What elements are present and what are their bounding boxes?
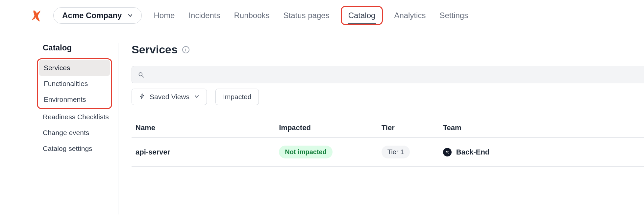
search-input[interactable] [149, 71, 638, 78]
lightning-icon [139, 93, 145, 101]
search-icon [138, 71, 144, 78]
sidebar-item-services[interactable]: Services [39, 60, 110, 76]
services-table: Name Impacted Tier Team api-server Not i… [132, 118, 644, 167]
sidebar-highlight: Services Functionalities Environments [37, 58, 112, 109]
sidebar-item-catalog-settings[interactable]: Catalog settings [38, 141, 118, 156]
chevron-down-icon [194, 93, 199, 101]
cell-tier: Tier 1 [378, 138, 439, 167]
nav-catalog[interactable]: Catalog [346, 9, 378, 22]
col-name[interactable]: Name [132, 118, 275, 138]
saved-views-label: Saved Views [150, 93, 189, 101]
cell-team: Back-End [439, 138, 644, 167]
org-selector[interactable]: Acme Company [53, 7, 142, 24]
nav-home[interactable]: Home [151, 9, 177, 22]
svg-point-4 [447, 151, 448, 152]
svg-point-0 [139, 72, 142, 76]
svg-point-2 [445, 150, 450, 154]
team-name: Back-End [456, 148, 489, 156]
svg-line-1 [142, 75, 144, 77]
table-row[interactable]: api-server Not impacted Tier 1 [132, 138, 644, 167]
col-tier[interactable]: Tier [378, 118, 439, 138]
sidebar-item-change-events[interactable]: Change events [38, 125, 118, 141]
info-icon[interactable]: i [182, 46, 189, 53]
tier-badge: Tier 1 [382, 146, 410, 158]
nav-catalog-highlight: Catalog [341, 6, 383, 25]
nav-incidents[interactable]: Incidents [186, 9, 223, 22]
sidebar-item-readiness-checklists[interactable]: Readiness Checklists [38, 109, 118, 125]
nav-runbooks[interactable]: Runbooks [231, 9, 272, 22]
logo-icon [30, 8, 44, 23]
nav-settings[interactable]: Settings [437, 9, 471, 22]
impacted-badge: Not impacted [279, 146, 333, 158]
sidebar-item-environments[interactable]: Environments [39, 92, 110, 107]
nav-analytics[interactable]: Analytics [391, 9, 428, 22]
cell-name: api-server [132, 138, 275, 167]
top-nav: Home Incidents Runbooks Status pages Cat… [151, 6, 471, 25]
impacted-filter-label: Impacted [223, 93, 251, 101]
nav-status-pages[interactable]: Status pages [281, 9, 332, 22]
sidebar-item-functionalities[interactable]: Functionalities [39, 76, 110, 92]
sidebar-title: Catalog [43, 43, 118, 52]
chevron-down-icon [128, 11, 133, 20]
search-bar[interactable] [132, 66, 644, 83]
org-name: Acme Company [62, 11, 122, 20]
team-avatar-icon [443, 148, 452, 156]
cell-impacted: Not impacted [275, 138, 378, 167]
col-team[interactable]: Team [439, 118, 644, 138]
page-title: Services [132, 43, 178, 56]
impacted-filter-button[interactable]: Impacted [215, 89, 259, 105]
svg-point-3 [446, 151, 447, 152]
saved-views-button[interactable]: Saved Views [132, 89, 207, 105]
sidebar: Catalog Services Functionalities Environ… [0, 43, 118, 214]
col-impacted[interactable]: Impacted [275, 118, 378, 138]
